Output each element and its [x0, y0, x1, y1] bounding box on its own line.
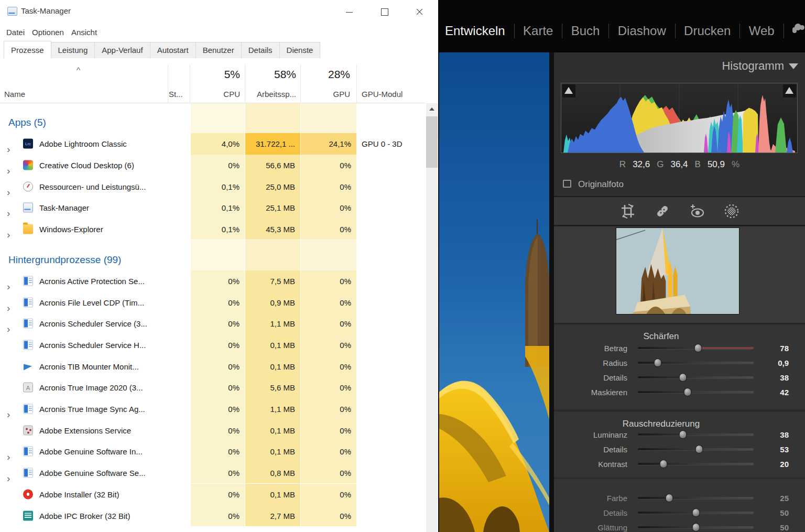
- expand-chevron-icon[interactable]: ›: [7, 165, 10, 177]
- process-row[interactable]: 0%1,1 MB0%›Acronis Scheduler Service (3.…: [0, 313, 426, 334]
- section-label[interactable]: Hintergrundprozesse (99): [8, 254, 121, 266]
- slider-thumb[interactable]: [692, 523, 700, 531]
- scroll-up-icon[interactable]: [429, 107, 434, 111]
- process-row[interactable]: 0%7,5 MB0%›Acronis Active Protection Se.…: [0, 270, 426, 292]
- original-photo-checkbox[interactable]: [563, 180, 571, 188]
- slider-thumb[interactable]: [654, 359, 661, 367]
- cpu-heat-cell: 0%: [191, 398, 245, 420]
- process-row[interactable]: 0,1%25,0 MB0%›Ressourcen- und Leistungsü…: [0, 176, 426, 197]
- process-row[interactable]: 4,0%31.722,1 ...24,1%›LrcAdobe Lightroom…: [0, 133, 426, 155]
- minimize-button[interactable]: [337, 0, 361, 24]
- expand-chevron-icon[interactable]: ›: [7, 409, 10, 420]
- expand-chevron-icon[interactable]: ›: [7, 451, 10, 463]
- menu-optionen[interactable]: Optionen: [30, 26, 70, 39]
- module-diashow[interactable]: Diashow: [618, 24, 666, 38]
- cpu-value: 0%: [228, 383, 240, 392]
- mem-value: 0,1 MB: [270, 490, 295, 498]
- process-row[interactable]: 0%2,7 MB0%Adobe IPC Broker (32 Bit): [0, 505, 426, 526]
- process-row[interactable]: 0%0,8 MB0%›Adobe Genuine Software Se...: [0, 462, 426, 484]
- sharpen-maskieren-slider[interactable]: [638, 391, 754, 393]
- expand-chevron-icon[interactable]: ›: [7, 229, 10, 241]
- expand-chevron-icon[interactable]: ›: [7, 473, 10, 484]
- tab-leistung[interactable]: Leistung: [51, 42, 95, 59]
- sharpen-radius-slider[interactable]: [638, 362, 754, 364]
- masking-tool-icon[interactable]: [724, 203, 739, 219]
- expand-chevron-icon[interactable]: ›: [7, 187, 10, 198]
- histogram-header[interactable]: Histogramm: [554, 52, 805, 80]
- slider-thumb[interactable]: [684, 388, 692, 396]
- slider-thumb[interactable]: [679, 430, 687, 439]
- maximize-button[interactable]: [372, 0, 396, 24]
- expand-chevron-icon[interactable]: ›: [7, 144, 10, 155]
- column-cpu[interactable]: CPU: [191, 90, 240, 99]
- process-row[interactable]: 0%0,1 MB0%Adobe Extensions Service: [0, 419, 426, 441]
- column-gpu-engine[interactable]: GPU-Modul: [362, 90, 402, 99]
- sharpen-details-slider[interactable]: [638, 376, 754, 378]
- menu-ansicht[interactable]: Ansicht: [70, 26, 103, 39]
- slider-thumb[interactable]: [679, 373, 687, 382]
- column-divider: [356, 64, 357, 103]
- folder-process-icon: [23, 224, 33, 234]
- slider-thumb[interactable]: [695, 445, 703, 453]
- process-row[interactable]: 0%0,1 MB0%Acronis Scheduler Service H...: [0, 334, 426, 356]
- module-karte[interactable]: Karte: [523, 24, 553, 38]
- slider-thumb[interactable]: [665, 494, 673, 502]
- mem-heat-cell: 1,1 MB: [245, 313, 300, 334]
- module-drucken[interactable]: Drucken: [684, 24, 731, 38]
- column-name[interactable]: Name: [4, 90, 25, 99]
- highlight-clipping-indicator[interactable]: [783, 84, 796, 97]
- menu-datei[interactable]: Datei: [5, 26, 30, 39]
- process-row[interactable]: 0%0,9 MB0%›Acronis File Level CDP (Tim..…: [0, 291, 426, 313]
- process-row[interactable]: 0%0,1 MB0%Acronis TIB Mounter Monit...: [0, 355, 426, 377]
- close-button[interactable]: [407, 0, 431, 24]
- expand-chevron-icon[interactable]: ›: [7, 208, 10, 219]
- column-gpu[interactable]: GPU: [301, 90, 350, 99]
- scrollbar[interactable]: [426, 103, 438, 532]
- module-entwickeln[interactable]: Entwickeln: [445, 24, 505, 38]
- color-noise-farbe-slider[interactable]: [638, 497, 754, 499]
- module-buch[interactable]: Buch: [571, 24, 600, 38]
- collapse-panel-icon[interactable]: [789, 63, 798, 69]
- slider-value: 50: [763, 508, 789, 517]
- process-row[interactable]: 0%0,1 MB0%Adobe Installer (32 Bit): [0, 484, 426, 505]
- sharpen-betrag-slider[interactable]: [638, 347, 754, 349]
- process-row[interactable]: 0,1%25,1 MB0%›Task-Manager: [0, 197, 426, 219]
- noise-kontrast-slider[interactable]: [638, 463, 754, 465]
- tab-dienste[interactable]: Dienste: [279, 42, 321, 59]
- sort-ascending-icon[interactable]: ^: [77, 66, 80, 74]
- noise-luminanz-slider[interactable]: [638, 433, 754, 436]
- process-row[interactable]: 0%0,1 MB0%›Adobe Genuine Software In...: [0, 441, 426, 462]
- expand-chevron-icon[interactable]: ›: [7, 281, 10, 292]
- column-status[interactable]: St...: [169, 90, 183, 99]
- spot-removal-tool-icon[interactable]: [655, 203, 670, 219]
- titlebar[interactable]: Task-Manager: [0, 0, 438, 24]
- process-row[interactable]: 0%1,1 MB0%›Acronis True Image Sync Ag...: [0, 398, 426, 420]
- tab-benutzer[interactable]: Benutzer: [195, 42, 242, 59]
- color-noise-details-slider[interactable]: [638, 512, 754, 514]
- cloud-sync-icon[interactable]: [792, 27, 797, 33]
- histogram[interactable]: [561, 83, 798, 153]
- expand-chevron-icon[interactable]: ›: [7, 302, 10, 314]
- expand-chevron-icon[interactable]: ›: [7, 323, 10, 335]
- cpu-heat-cell: 0%: [191, 313, 245, 334]
- detail-preview-image[interactable]: [616, 227, 739, 314]
- noise-details-slider[interactable]: [638, 448, 754, 450]
- section-label[interactable]: Apps (5): [8, 117, 46, 128]
- red-eye-tool-icon[interactable]: [689, 203, 705, 219]
- color-noise-glättung-slider[interactable]: [638, 526, 754, 528]
- scrollbar-thumb[interactable]: [426, 116, 438, 168]
- shadow-clipping-indicator[interactable]: [562, 84, 575, 97]
- slider-thumb[interactable]: [694, 344, 702, 352]
- process-row[interactable]: 0,1%45,3 MB0%›Windows-Explorer: [0, 219, 426, 240]
- module-web[interactable]: Web: [749, 24, 775, 38]
- process-row[interactable]: 0%56,6 MB0%›Creative Cloud Desktop (6): [0, 155, 426, 176]
- tab-app-verlauf[interactable]: App-Verlauf: [94, 42, 150, 59]
- process-row[interactable]: 0%5,6 MB0%AAcronis True Image 2020 (3...: [0, 377, 426, 398]
- slider-thumb[interactable]: [659, 460, 667, 468]
- tab-prozesse[interactable]: Prozesse: [4, 41, 51, 59]
- column-memory[interactable]: Arbeitssp...: [245, 90, 296, 99]
- tab-details[interactable]: Details: [241, 42, 280, 59]
- tab-autostart[interactable]: Autostart: [150, 42, 196, 59]
- crop-tool-icon[interactable]: [620, 203, 636, 219]
- slider-thumb[interactable]: [692, 508, 700, 517]
